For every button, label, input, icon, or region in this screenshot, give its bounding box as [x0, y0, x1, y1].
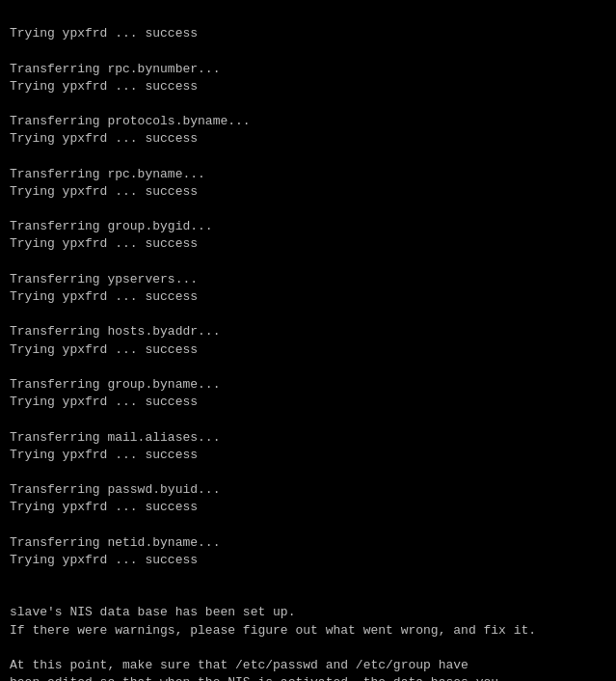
terminal-line: Transferring rpc.bynumber... — [10, 61, 606, 78]
terminal-line: been edited so that when the NIS is acti… — [10, 674, 606, 681]
terminal-output: Trying ypxfrd ... successTransferring rp… — [10, 8, 606, 681]
terminal-line: Transferring passwd.byuid... — [10, 481, 606, 499]
terminal-line: Transferring mail.aliases... — [10, 429, 606, 447]
terminal-line — [10, 42, 606, 60]
terminal-line — [10, 149, 606, 166]
terminal-line — [10, 411, 606, 428]
terminal-line — [10, 95, 606, 113]
terminal-line — [10, 306, 606, 323]
terminal-line: At this point, make sure that /etc/passw… — [10, 657, 606, 674]
terminal-line: slave's NIS data base has been set up. — [10, 604, 606, 621]
terminal-line: Trying ypxfrd ... success — [10, 78, 606, 95]
terminal-line — [10, 201, 606, 218]
terminal-line: Trying ypxfrd ... success — [10, 394, 606, 411]
terminal-line — [10, 254, 606, 271]
terminal-line: Transferring group.byname... — [10, 376, 606, 394]
terminal-line: Transferring group.bygid... — [10, 218, 606, 235]
terminal-line: Transferring ypservers... — [10, 271, 606, 288]
terminal-line — [10, 359, 606, 376]
terminal-line: If there were warnings, please figure ou… — [10, 622, 606, 640]
terminal-line — [10, 516, 606, 533]
terminal-line: Trying ypxfrd ... success — [10, 499, 606, 516]
terminal-line: Transferring protocols.byname... — [10, 113, 606, 130]
terminal-line: Transferring hosts.byaddr... — [10, 323, 606, 340]
terminal-line — [10, 586, 606, 604]
terminal-line — [10, 640, 606, 657]
terminal-line: Trying ypxfrd ... success — [10, 447, 606, 464]
terminal-line: Trying ypxfrd ... success — [10, 288, 606, 306]
terminal-line: Trying ypxfrd ... success — [10, 130, 606, 148]
terminal-line: Transferring netid.byname... — [10, 534, 606, 552]
terminal-line: Trying ypxfrd ... success — [10, 25, 606, 42]
terminal-line — [10, 464, 606, 481]
terminal-line: Trying ypxfrd ... success — [10, 235, 606, 253]
terminal-line: Transferring rpc.byname... — [10, 166, 606, 183]
terminal-line — [10, 569, 606, 586]
terminal-line: Trying ypxfrd ... success — [10, 183, 606, 201]
terminal-line: Trying ypxfrd ... success — [10, 552, 606, 569]
terminal-line: Trying ypxfrd ... success — [10, 341, 606, 359]
